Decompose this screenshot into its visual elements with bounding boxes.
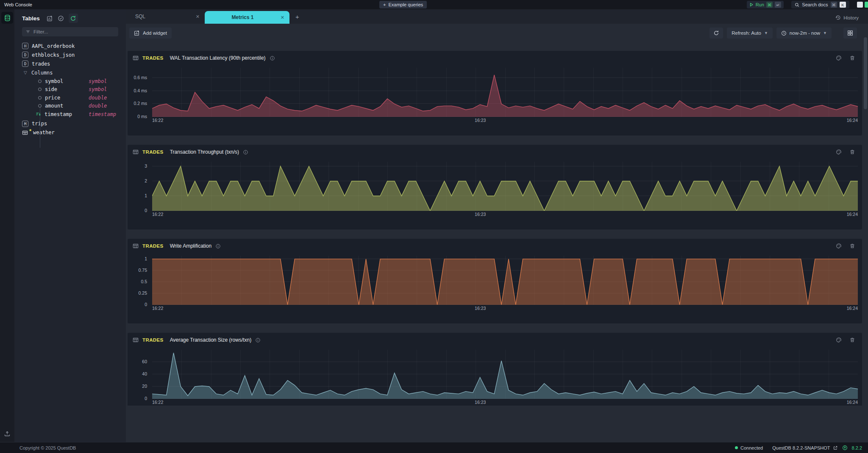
grid-icon <box>847 30 853 36</box>
partition-badge: D <box>22 52 28 58</box>
tab-bar: SQL ✕ Metrics 1 ✕ + History <box>126 9 868 24</box>
column-row-side[interactable]: side symbol <box>14 86 126 94</box>
column-row-amount[interactable]: amount double <box>14 102 126 110</box>
search-docs-button[interactable]: Search docs ⌘ K <box>791 1 849 8</box>
check-circle-icon[interactable] <box>58 15 64 22</box>
widget-header[interactable]: TRADES WAL Transaction Latency (90th per… <box>128 51 862 65</box>
table-row-ethblocks-json[interactable]: D ethblocks_json <box>14 50 126 59</box>
y-tick-label: 40 <box>142 371 147 376</box>
tables-sidebar: Tables <box>14 9 126 442</box>
run-button[interactable]: Run ⌘ ↵ <box>747 1 784 8</box>
refresh-dashboard-button[interactable] <box>709 28 723 39</box>
refresh-rate-dropdown[interactable]: Refresh: Auto ▼ <box>727 28 773 39</box>
connection-status: Connected <box>735 445 763 450</box>
widget-header[interactable]: TRADES Write Amplification <box>128 239 862 253</box>
example-queries-button[interactable]: + Example queries <box>379 1 427 8</box>
y-tick-label: 0.6 ms <box>134 75 147 80</box>
table-row-trades[interactable]: D trades <box>14 59 126 68</box>
filter-icon <box>25 29 31 34</box>
x-tick-label: 16:24 <box>847 212 858 217</box>
y-tick-label: 0.4 ms <box>134 88 147 93</box>
clipped-button-icon[interactable] <box>857 2 863 8</box>
cmd-key-badge: ⌘ <box>766 2 773 8</box>
import-files-icon[interactable] <box>4 430 11 437</box>
metrics-toolbar: Add widget Refresh: Auto ▼ <box>126 24 868 42</box>
x-tick-label: 16:24 <box>847 118 858 123</box>
run-label: Run <box>756 2 764 7</box>
metric-widget: TRADES Average Transaction Size (rows/tx… <box>128 333 862 406</box>
info-icon[interactable] <box>243 149 248 155</box>
column-row-symbol[interactable]: symbol symbol <box>14 77 126 86</box>
refresh-icon <box>70 15 76 22</box>
partition-badge: M <box>22 121 28 127</box>
chart-plot[interactable] <box>152 256 858 305</box>
widget-title: Write Amplification <box>170 243 211 249</box>
x-axis-labels: 16:2216:2316:24 <box>152 306 858 312</box>
color-palette-icon[interactable] <box>836 149 842 155</box>
column-row-timestamp[interactable]: timestamp timestamp <box>14 110 126 119</box>
y-axis-labels: 0 ms0.2 ms0.4 ms0.6 ms <box>128 51 150 135</box>
chevron-down-icon: ▽ <box>24 70 28 75</box>
chart-plot[interactable] <box>152 350 858 399</box>
version-link[interactable]: QuestDB 8.2.2-SNAPSHOT <box>772 445 837 450</box>
table-row-weather[interactable]: * weather <box>14 128 126 137</box>
x-tick-label: 16:23 <box>475 400 486 405</box>
y-tick-label: 3 <box>145 163 147 168</box>
x-tick-label: 16:22 <box>152 212 163 217</box>
table-row-aapl-orderbook[interactable]: H AAPL_orderbook <box>14 41 126 50</box>
columns-group-toggle[interactable]: ▽ Columns <box>14 68 126 77</box>
tables-panel-toggle[interactable] <box>1 12 13 24</box>
filter-input-wrap[interactable] <box>22 27 118 36</box>
y-tick-label: 0 <box>145 396 147 401</box>
widget-header[interactable]: TRADES Transaction Throughput (txn/s) <box>128 145 862 159</box>
time-range-dropdown[interactable]: now-2m - now ▼ <box>776 28 832 39</box>
table-row-trips[interactable]: M trips <box>14 119 126 128</box>
column-icon <box>38 104 42 108</box>
scrollbar-thumb[interactable] <box>864 37 867 109</box>
widget-header[interactable]: TRADES Average Transaction Size (rows/tx… <box>128 333 862 347</box>
chart-plot[interactable] <box>152 162 858 211</box>
info-icon[interactable] <box>270 55 275 61</box>
widget-title: WAL Transaction Latency (90th percentile… <box>170 55 266 61</box>
search-icon <box>795 3 799 7</box>
add-widget-button[interactable]: Add widget <box>129 28 172 39</box>
y-tick-label: 0 <box>145 302 147 307</box>
column-row-price[interactable]: price double <box>14 94 126 102</box>
close-icon[interactable]: ✕ <box>196 14 200 19</box>
connected-dot-icon <box>735 446 738 449</box>
chart-plot[interactable] <box>152 68 858 117</box>
info-icon[interactable] <box>255 337 261 343</box>
x-axis-labels: 16:2216:2316:24 <box>152 212 858 218</box>
clipped-button-icon[interactable] <box>865 2 868 8</box>
y-tick-label: 2 <box>145 178 147 183</box>
delete-widget-icon[interactable] <box>849 55 855 61</box>
history-button[interactable]: History <box>835 15 859 20</box>
metric-widget: TRADES Write Amplification <box>128 239 862 323</box>
filter-input[interactable] <box>33 29 115 34</box>
top-bar: Web Console + Example queries Run ⌘ ↵ Se… <box>0 0 868 9</box>
layout-grid-button[interactable] <box>843 28 857 39</box>
tab-sql[interactable]: SQL ✕ <box>126 9 205 24</box>
refresh-icon <box>713 30 719 36</box>
color-palette-icon[interactable] <box>836 243 842 249</box>
tab-metrics-1[interactable]: Metrics 1 ✕ <box>205 11 289 24</box>
info-icon[interactable] <box>215 243 221 249</box>
suspended-star-icon: * <box>29 128 31 134</box>
enter-key-badge: ↵ <box>775 2 781 8</box>
edge-clipped-buttons[interactable] <box>857 2 868 8</box>
metric-widget: TRADES WAL Transaction Latency (90th per… <box>128 51 862 135</box>
delete-widget-icon[interactable] <box>849 337 855 343</box>
vertical-scrollbar[interactable] <box>864 28 867 439</box>
add-metrics-icon[interactable] <box>47 15 53 22</box>
y-tick-label: 0.75 <box>139 268 147 273</box>
color-palette-icon[interactable] <box>836 55 842 61</box>
color-palette-icon[interactable] <box>836 337 842 343</box>
close-icon[interactable]: ✕ <box>281 15 284 20</box>
new-tab-button[interactable]: + <box>295 13 299 20</box>
refresh-tables-button[interactable] <box>69 14 78 23</box>
column-icon <box>38 96 42 99</box>
delete-widget-icon[interactable] <box>849 149 855 155</box>
delete-widget-icon[interactable] <box>849 243 855 249</box>
y-tick-label: 0.25 <box>139 290 147 296</box>
update-available-icon[interactable] <box>842 445 848 450</box>
